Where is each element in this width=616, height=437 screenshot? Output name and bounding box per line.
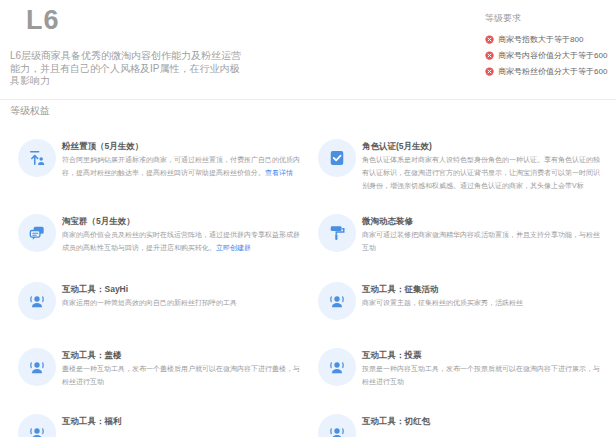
benefit-description-text: 商家的高价值会员及粉丝的实时在线运营阵地，通过提供群内专享权益形成群成员的高粘性…	[62, 231, 300, 251]
benefit-description: 商家运用的一种简短高效的向自己的新粉丝打招呼的工具	[62, 296, 302, 309]
benefit-title: 互动工具：福利	[62, 415, 302, 428]
benefit-link[interactable]: 立即创建群	[216, 244, 251, 251]
benefit-description-text: 投票是一种内容互动工具，发布一个投票后就可以在微淘内容下进行展示，与粉丝进行互动	[362, 365, 600, 385]
requirement-label: 商家号内容价值分大于等于600	[498, 50, 607, 61]
requirement-label: 商家号指数大于等于800	[498, 34, 583, 45]
person-wave-icon	[318, 282, 356, 320]
benefit-description: 商家可设置主题，征集粉丝的优质买家秀，活跃粉丝	[362, 296, 602, 309]
person-wave-icon	[318, 414, 356, 437]
benefit-link[interactable]: 查看详情	[265, 169, 293, 176]
pin-top-icon	[18, 139, 56, 177]
cross-circle-icon	[485, 67, 494, 76]
level-title: L6	[26, 5, 60, 36]
requirements-title: 等级要求	[485, 12, 607, 25]
requirements-list: 商家号指数大于等于800 商家号内容价值分大于等于600 商家号粉丝价值分大于等…	[485, 34, 607, 77]
benefit-description-text: 商家可设置主题，征集粉丝的优质买家秀，活跃粉丝	[362, 299, 523, 306]
paint-roller-icon	[318, 214, 356, 252]
benefit-description: 盖楼是一种互动工具，发布一个盖楼后用户就可以在微淘内容下进行盖楼，与粉丝进行互动	[62, 362, 302, 388]
requirement-item: 商家号粉丝价值分大于等于600	[485, 66, 607, 77]
benefit-description-text: 商家运用的一种简短高效的向自己的新粉丝打招呼的工具	[62, 299, 237, 306]
benefit-title: 互动工具：投票	[362, 349, 602, 362]
cross-circle-icon	[485, 35, 494, 44]
section-divider	[0, 99, 616, 100]
benefit-description: 角色认证体系是对商家有人设特色型身份角色的一种认证。享有角色认证的独有认证标识，…	[362, 153, 602, 192]
level-description: L6层级商家具备优秀的微淘内容创作能力及粉丝运营能力，并且有自己的个人风格及IP…	[10, 50, 248, 88]
benefit-description-text: 盖楼是一种互动工具，发布一个盖楼后用户就可以在微淘内容下进行盖楼，与粉丝进行互动	[62, 365, 300, 385]
benefit-title: 互动工具：征集活动	[362, 283, 602, 296]
benefit-description: 商家的高价值会员及粉丝的实时在线运营阵地，通过提供群内专享权益形成群成员的高粘性…	[62, 228, 302, 254]
benefit-title: 互动工具：切红包	[362, 415, 602, 428]
chat-group-icon	[18, 214, 56, 252]
benefits-title: 等级权益	[10, 104, 50, 118]
benefit-title: 淘宝群（5月生效）	[62, 215, 302, 228]
person-wave-icon	[318, 348, 356, 386]
benefit-description: 符合阿里妈妈钻展开通标准的商家，可通过粉丝置顶，付费推广自己的优质内容，提高对粉…	[62, 153, 302, 179]
benefit-card: 粉丝置顶（5月生效） 符合阿里妈妈钻展开通标准的商家，可通过粉丝置顶，付费推广自…	[18, 137, 308, 179]
benefit-card: 互动工具：盖楼 盖楼是一种互动工具，发布一个盖楼后用户就可以在微淘内容下进行盖楼…	[18, 346, 308, 388]
benefit-card: 互动工具：SayHi 商家运用的一种简短高效的向自己的新粉丝打招呼的工具	[18, 280, 308, 309]
level-requirements-panel: 等级要求 商家号指数大于等于800 商家号内容价值分大于等于600 商家号粉丝价…	[485, 12, 607, 82]
benefit-title: 粉丝置顶（5月生效）	[62, 140, 302, 153]
benefit-card: 微淘动态装修 商家可通过装修把商家微淘精华内容或活动置顶，并且支持分享功能，与粉…	[318, 212, 608, 254]
person-wave-icon	[18, 348, 56, 386]
requirement-label: 商家号粉丝价值分大于等于600	[498, 66, 607, 77]
benefit-description-text: 角色认证体系是对商家有人设特色型身份角色的一种认证。享有角色认证的独有认证标识，…	[362, 156, 600, 189]
benefit-title: 互动工具：SayHi	[62, 283, 302, 296]
benefit-description-text: 商家可通过装修把商家微淘精华内容或活动置顶，并且支持分享功能，与粉丝互动	[362, 231, 600, 251]
benefit-description: 投票是一种内容互动工具，发布一个投票后就可以在微淘内容下进行展示，与粉丝进行互动	[362, 362, 602, 388]
benefit-card: 互动工具：征集活动 商家可设置主题，征集粉丝的优质买家秀，活跃粉丝	[318, 280, 608, 309]
requirement-item: 商家号指数大于等于800	[485, 34, 607, 45]
role-cert-icon	[318, 139, 356, 177]
benefit-title: 互动工具：盖楼	[62, 349, 302, 362]
person-wave-icon	[18, 414, 56, 437]
benefit-card: 互动工具：福利	[18, 412, 308, 428]
benefit-title: 微淘动态装修	[362, 215, 602, 228]
benefit-card: 角色认证(5月生效) 角色认证体系是对商家有人设特色型身份角色的一种认证。享有角…	[318, 137, 608, 192]
person-wave-icon	[18, 282, 56, 320]
benefit-card: 淘宝群（5月生效） 商家的高价值会员及粉丝的实时在线运营阵地，通过提供群内专享权…	[18, 212, 308, 254]
benefit-card: 互动工具：切红包	[318, 412, 608, 428]
benefit-title: 角色认证(5月生效)	[362, 140, 602, 153]
benefit-card: 互动工具：投票 投票是一种内容互动工具，发布一个投票后就可以在微淘内容下进行展示…	[318, 346, 608, 388]
cross-circle-icon	[485, 51, 494, 60]
requirement-item: 商家号内容价值分大于等于600	[485, 50, 607, 61]
benefit-description: 商家可通过装修把商家微淘精华内容或活动置顶，并且支持分享功能，与粉丝互动	[362, 228, 602, 254]
